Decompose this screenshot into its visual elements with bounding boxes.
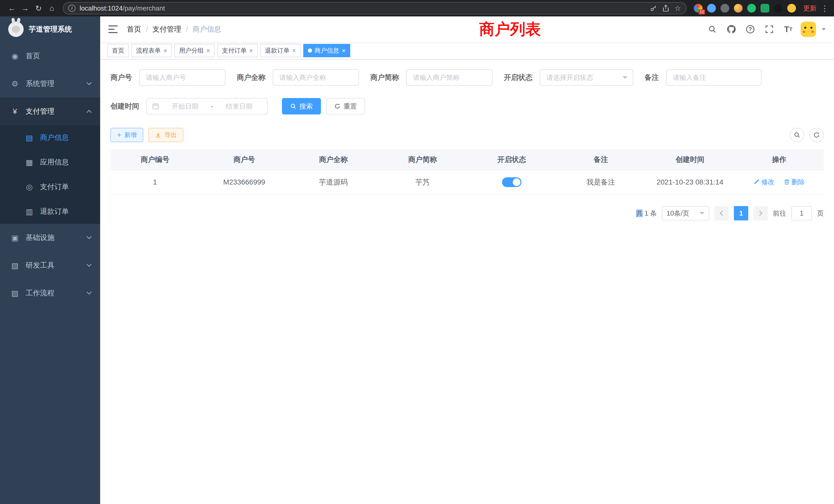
short-name-input[interactable] xyxy=(406,69,492,86)
short-name-label: 商户简称 xyxy=(370,73,399,83)
reload-icon[interactable]: ↻ xyxy=(32,2,45,15)
prev-page-button[interactable] xyxy=(714,206,729,221)
close-icon[interactable]: × xyxy=(163,47,167,54)
pagination: 共 1 条 10条/页 1 前往 页 xyxy=(110,206,824,221)
url-text: localhost:1024/pay/merchant xyxy=(80,4,646,12)
avatar-caret-icon[interactable] xyxy=(822,28,826,32)
url-host: localhost:1024 xyxy=(80,4,123,12)
remark-input[interactable] xyxy=(666,69,762,86)
sidebar-item-pay-orders[interactable]: ◎ 支付订单 xyxy=(0,175,100,199)
sidebar-item-label: 应用信息 xyxy=(40,157,69,167)
sidebar-item-workflow[interactable]: ▨ 工作流程 xyxy=(0,279,100,307)
export-button[interactable]: 导出 xyxy=(148,128,183,142)
close-icon[interactable]: × xyxy=(292,47,296,54)
breadcrumb-separator: / xyxy=(186,25,188,33)
fullscreen-icon[interactable] xyxy=(763,23,776,36)
merchant-no-input[interactable] xyxy=(139,69,225,86)
col-status: 开启状态 xyxy=(467,150,556,170)
sidebar-menu: ◉ 首页 ⚙ 系统管理 ¥ 支付管理 ▤ 商户信息 ▦ 应用信息 xyxy=(0,42,100,307)
extension-icon-5[interactable] xyxy=(747,4,756,13)
sidebar-item-infrastructure[interactable]: ▣ 基础设施 xyxy=(0,224,100,251)
tab-home[interactable]: 首页 xyxy=(107,44,129,57)
reset-button[interactable]: 重置 xyxy=(326,98,365,114)
sidebar-item-label: 首页 xyxy=(26,51,40,61)
sidebar-item-refund-orders[interactable]: ▥ 退款订单 xyxy=(0,199,100,224)
search-icon[interactable] xyxy=(706,23,719,36)
full-name-input[interactable] xyxy=(273,69,359,86)
sidebar-item-label: 支付订单 xyxy=(40,182,69,192)
tab-label: 退款订单 xyxy=(265,46,290,55)
refresh-button[interactable] xyxy=(809,128,824,142)
close-icon[interactable]: × xyxy=(249,47,253,54)
hamburger-icon[interactable] xyxy=(108,25,117,33)
merchant-no-label: 商户号 xyxy=(110,73,132,83)
col-create-time: 创建时间 xyxy=(645,150,734,170)
status-select[interactable]: 请选择开启状态 xyxy=(540,69,633,86)
sidebar-item-devtools[interactable]: ▧ 研发工具 xyxy=(0,251,100,279)
extension-icon-7[interactable] xyxy=(774,4,783,13)
pagination-total: 共 1 条 xyxy=(636,209,657,218)
extension-icon-3[interactable] xyxy=(721,4,729,13)
site-info-icon[interactable]: i xyxy=(68,5,75,12)
tab-pay-orders[interactable]: 支付订单 × xyxy=(217,44,258,57)
bookmark-star-icon[interactable]: ☆ xyxy=(675,4,681,13)
cell-merchant-no: M233666999 xyxy=(199,170,289,194)
home-icon[interactable]: ⌂ xyxy=(45,2,59,15)
next-page-button[interactable] xyxy=(753,206,768,221)
delete-link[interactable]: 删除 xyxy=(784,178,805,187)
browser-menu-icon[interactable]: ⋮ xyxy=(821,4,829,13)
sidebar-item-merchant-info[interactable]: ▤ 商户信息 xyxy=(0,125,100,150)
status-label: 开启状态 xyxy=(504,73,532,83)
tab-merchant-info[interactable]: 商户信息 × xyxy=(303,44,350,57)
browser-update-button[interactable]: 更新 xyxy=(803,4,816,13)
col-actions: 操作 xyxy=(734,150,824,170)
extension-icon-8[interactable] xyxy=(787,4,796,13)
toggle-search-button[interactable] xyxy=(790,128,804,142)
tab-user-group[interactable]: 用户分组 × xyxy=(174,44,215,57)
back-icon[interactable]: ← xyxy=(5,2,19,15)
tab-refund-orders[interactable]: 退款订单 × xyxy=(260,44,301,57)
breadcrumb-current: 商户信息 xyxy=(193,24,221,34)
goto-page-input[interactable] xyxy=(791,206,812,221)
breadcrumb-home[interactable]: 首页 xyxy=(127,24,141,34)
page-size-select[interactable]: 10条/页 xyxy=(662,206,709,221)
extension-icon-4[interactable] xyxy=(734,4,743,13)
sidebar-item-payment[interactable]: ¥ 支付管理 xyxy=(0,97,100,125)
main-area: 首页 / 支付管理 / 商户信息 商户列表 ? xyxy=(100,17,834,504)
dashboard-icon: ◉ xyxy=(10,51,20,61)
avatar[interactable] xyxy=(800,22,816,37)
tab-label: 商户信息 xyxy=(314,46,339,55)
search-button[interactable]: 搜索 xyxy=(282,98,321,114)
extension-icon-6[interactable] xyxy=(761,4,769,13)
forward-icon[interactable]: → xyxy=(19,2,32,15)
sidebar-logo[interactable]: 芋道管理系统 xyxy=(0,17,100,42)
edit-link[interactable]: 修改 xyxy=(753,178,774,187)
page-number-1[interactable]: 1 xyxy=(734,206,748,221)
github-icon[interactable] xyxy=(725,23,738,36)
create-time-label: 创建时间 xyxy=(110,101,139,111)
sidebar-item-system[interactable]: ⚙ 系统管理 xyxy=(0,70,100,97)
annotation-merchant-list: 商户列表 xyxy=(479,19,541,40)
status-toggle[interactable] xyxy=(502,177,522,187)
extension-icon-1[interactable]: 10 xyxy=(694,4,703,13)
date-range-picker[interactable]: 开始日期 - 结束日期 xyxy=(146,98,267,114)
close-icon[interactable]: × xyxy=(206,47,210,54)
address-bar[interactable]: i localhost:1024/pay/merchant ☆ xyxy=(63,2,687,14)
caret-down-icon xyxy=(622,76,628,81)
help-icon[interactable]: ? xyxy=(744,23,757,36)
sidebar-item-home[interactable]: ◉ 首页 xyxy=(0,42,100,70)
goto-suffix: 页 xyxy=(817,209,824,218)
tab-label: 流程表单 xyxy=(136,46,161,55)
extension-icon-2[interactable] xyxy=(707,4,716,13)
date-separator: - xyxy=(211,102,213,110)
key-icon[interactable] xyxy=(650,5,657,12)
cell-remark: 我是备注 xyxy=(556,170,645,194)
close-icon[interactable]: × xyxy=(342,47,346,54)
tab-process-form[interactable]: 流程表单 × xyxy=(131,44,172,57)
share-icon[interactable] xyxy=(662,5,670,12)
add-button[interactable]: + 新增 xyxy=(110,128,143,142)
breadcrumb: 首页 / 支付管理 / 商户信息 xyxy=(127,24,221,34)
sidebar-item-app-info[interactable]: ▦ 应用信息 xyxy=(0,150,100,175)
breadcrumb-payment[interactable]: 支付管理 xyxy=(153,24,181,34)
font-size-icon[interactable]: TT xyxy=(782,23,795,36)
